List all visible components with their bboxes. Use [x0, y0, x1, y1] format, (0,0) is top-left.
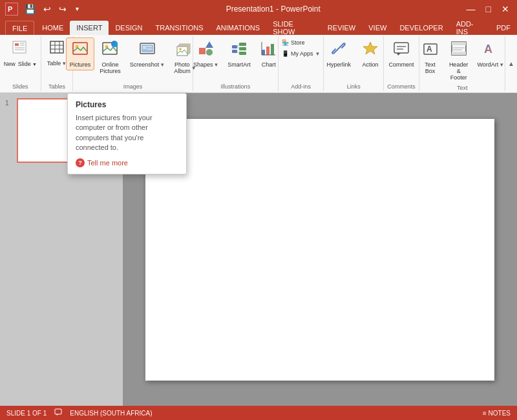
shapes-icon	[198, 40, 215, 60]
svg-rect-53	[452, 42, 466, 45]
svg-marker-47	[397, 53, 401, 56]
close-button[interactable]: ✕	[499, 3, 512, 16]
store-icon: 🏪	[282, 39, 289, 46]
header-footer-button[interactable]: Header& Footer	[445, 37, 473, 83]
svg-rect-35	[239, 52, 246, 55]
slide-number: 1	[5, 100, 9, 107]
powerpoint-logo: P	[5, 3, 18, 16]
tab-transitions[interactable]: TRANSITIONS	[149, 21, 210, 35]
maximize-button[interactable]: □	[483, 3, 494, 16]
tab-animations[interactable]: ANIMATIONS	[210, 21, 267, 35]
text-box-button[interactable]: A TextBox	[417, 37, 443, 77]
action-icon	[362, 40, 379, 60]
slides-group-label: Slides	[12, 83, 28, 90]
svg-marker-29	[206, 41, 213, 48]
tab-insert[interactable]: INSERT	[70, 21, 109, 35]
tooltip-body: Insert pictures from your computer or fr…	[76, 113, 178, 153]
pictures-button[interactable]: Pictures	[66, 37, 95, 70]
pictures-icon	[72, 40, 89, 60]
svg-point-27	[179, 48, 182, 50]
my-apps-button[interactable]: 📱 My Apps ▼	[279, 48, 323, 59]
tab-design[interactable]: DESIGN	[109, 21, 149, 35]
status-bar-right: ≡ NOTES	[483, 410, 511, 417]
svg-point-30	[206, 49, 213, 56]
tooltip-link[interactable]: ? Tell me more	[76, 158, 178, 167]
ribbon-group-addins: 🏪 Store 📱 My Apps ▼ Add-ins	[279, 36, 324, 91]
svg-line-37	[237, 47, 239, 49]
customize-quick-access[interactable]: ▼	[72, 5, 83, 14]
ribbon-group-links: Hyperlink Action Links	[324, 36, 383, 91]
redo-button[interactable]: ↪	[56, 3, 69, 16]
tab-developer[interactable]: DEVELOPER	[393, 21, 449, 35]
tab-file[interactable]: FILE	[5, 21, 34, 35]
shapes-button[interactable]: Shapes ▼	[189, 37, 222, 70]
ribbon-group-illustrations: Shapes ▼ SmartA	[193, 36, 279, 91]
illustrations-group-items: Shapes ▼ SmartA	[189, 37, 282, 82]
images-group-label: Images	[123, 83, 143, 90]
comment-button[interactable]: Comment	[385, 37, 418, 70]
svg-rect-39	[262, 50, 265, 55]
smartart-icon	[231, 40, 248, 60]
slide-canvas[interactable]	[145, 119, 494, 381]
text-box-icon: A	[422, 40, 439, 60]
svg-rect-21	[143, 46, 146, 49]
slide-info: SLIDE 1 OF 1	[6, 410, 47, 417]
smartart-button[interactable]: SmartArt	[224, 37, 255, 70]
store-button[interactable]: 🏪 Store	[279, 37, 323, 48]
tab-review[interactable]: REVIEW	[321, 21, 362, 35]
online-pictures-icon: 🌐	[101, 40, 118, 60]
tooltip-popup: Pictures Insert pictures from your compu…	[67, 93, 187, 174]
notes-button[interactable]: ≡ NOTES	[483, 410, 511, 417]
action-button[interactable]: Action	[356, 37, 385, 70]
svg-rect-8	[50, 41, 63, 53]
text-group-items: A TextBox Header& Footer	[417, 37, 507, 83]
table-icon	[49, 40, 65, 59]
tab-slideshow[interactable]: SLIDE SHOW	[266, 21, 321, 35]
tab-pdf[interactable]: PDF	[490, 21, 517, 35]
ribbon-group-comments: Comment Comments	[384, 36, 419, 91]
links-group-label: Links	[347, 83, 361, 90]
tab-addins[interactable]: ADD-INS	[450, 21, 490, 35]
svg-rect-32	[232, 50, 237, 53]
links-group-items: Hyperlink Action	[322, 37, 385, 82]
slides-group-items: NewSlide ▼	[1, 37, 40, 82]
hyperlink-icon	[330, 40, 347, 60]
hyperlink-button[interactable]: Hyperlink	[322, 37, 355, 70]
svg-text:🌐: 🌐	[112, 41, 118, 47]
ribbon-group-images: Pictures 🌐 OnlinePictures	[73, 36, 193, 91]
svg-rect-31	[232, 45, 237, 48]
tab-view[interactable]: VIEW	[362, 21, 393, 35]
wordart-button[interactable]: A WordArt ▼	[474, 37, 507, 70]
ribbon-group-slides: NewSlide ▼ Slides	[0, 36, 41, 91]
quick-access-toolbar: 💾 ↩ ↪ ▼	[22, 3, 83, 16]
undo-button[interactable]: ↩	[41, 3, 54, 16]
tooltip-title: Pictures	[76, 100, 178, 109]
svg-rect-26	[177, 47, 187, 56]
ribbon-group-text: A TextBox Header& Footer	[419, 36, 505, 91]
screenshot-button[interactable]: Screenshot ▼	[126, 37, 169, 70]
addins-group-items: 🏪 Store 📱 My Apps ▼	[279, 37, 323, 82]
svg-rect-58	[55, 409, 61, 414]
ribbon: NewSlide ▼ Slides T	[0, 35, 517, 93]
ribbon-tabs: FILE HOME INSERT DESIGN TRANSITIONS ANIM…	[0, 18, 517, 35]
svg-line-36	[237, 45, 239, 47]
svg-rect-41	[271, 44, 274, 55]
svg-rect-40	[266, 47, 269, 55]
title-bar: P 💾 ↩ ↪ ▼ Presentation1 - PowerPoint — □…	[0, 0, 517, 18]
svg-text:P: P	[8, 5, 12, 13]
text-group-label: Text	[457, 85, 468, 91]
addins-stacked: 🏪 Store 📱 My Apps ▼	[279, 37, 323, 59]
ribbon-collapse[interactable]: ▲	[505, 36, 517, 91]
new-slide-button[interactable]: NewSlide ▼	[1, 37, 40, 69]
title-bar-left: P 💾 ↩ ↪ ▼	[5, 3, 83, 16]
svg-rect-28	[199, 48, 206, 54]
save-button[interactable]: 💾	[22, 3, 38, 16]
minimize-button[interactable]: —	[464, 3, 478, 16]
tables-group-label: Tables	[48, 83, 65, 90]
svg-rect-23	[147, 48, 152, 50]
online-pictures-button[interactable]: 🌐 OnlinePictures	[96, 37, 125, 77]
wordart-icon: A	[482, 40, 499, 60]
addins-group-label: Add-ins	[291, 83, 311, 90]
tab-home[interactable]: HOME	[36, 21, 70, 35]
svg-text:A: A	[484, 43, 492, 56]
